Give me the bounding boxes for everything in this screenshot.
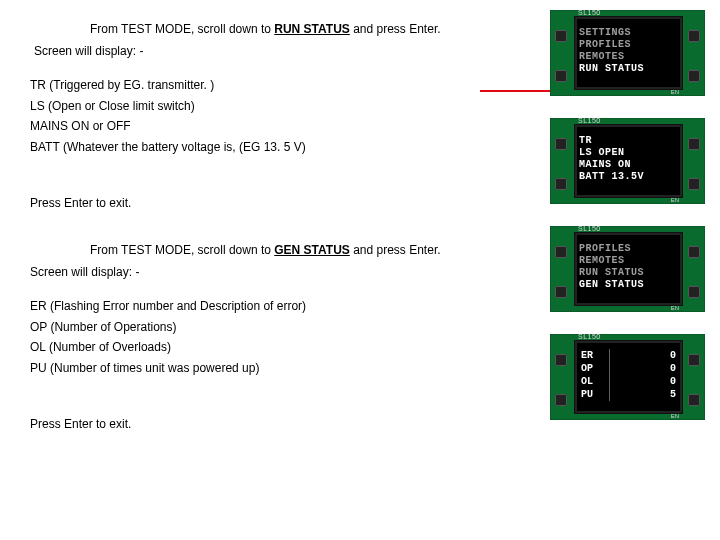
run-intro-target: RUN STATUS [274,22,350,36]
gen-item: ER (Flashing Error number and Descriptio… [30,297,470,316]
device-en-label: EN [671,197,679,203]
gen-intro-suffix: and press Enter. [350,243,441,257]
screen-content: PROFILES REMOTES RUN STATUS GEN STATUS [575,233,682,295]
gen-item: OP (Number of Operations) [30,318,470,337]
hw-button-icon [555,394,567,406]
run-display-line: Screen will display: - [30,42,470,60]
hw-button-icon [555,70,567,82]
hw-button-icon [688,394,700,406]
run-intro-suffix: and press Enter. [350,22,441,36]
run-status-section: From TEST MODE, scroll down to RUN STATU… [30,20,470,213]
gen-item: PU (Number of times unit was powered up) [30,359,470,378]
device-screen: ER OP OL PU 0 0 0 5 [574,340,683,414]
run-intro-prefix: From TEST MODE, scroll down to [90,22,274,36]
hw-button-icon [555,30,567,42]
screen-content: SETTINGS PROFILES REMOTES RUN STATUS [575,17,682,79]
run-intro: From TEST MODE, scroll down to RUN STATU… [30,20,470,38]
device-board: SL150 SETTINGS PROFILES REMOTES RUN STAT… [550,10,705,96]
hw-button-icon [555,286,567,298]
run-item: MAINS ON or OFF [30,117,470,136]
screen-content: ER OP OL PU 0 0 0 5 [575,341,682,405]
device-screen: TR LS OPEN MAINS ON BATT 13.5V [574,124,683,198]
device-board: SL150 TR LS OPEN MAINS ON BATT 13.5V EN [550,118,705,204]
hw-button-icon [688,70,700,82]
device-model-label: SL150 [578,333,601,340]
hw-button-icon [688,354,700,366]
device-en-label: EN [671,413,679,419]
gen-intro-target: GEN STATUS [274,243,350,257]
device-screen: PROFILES REMOTES RUN STATUS GEN STATUS [574,232,683,306]
gen-item: OL (Number of Overloads) [30,338,470,357]
hw-button-icon [555,354,567,366]
device-thumbnails: SL150 SETTINGS PROFILES REMOTES RUN STAT… [550,10,705,442]
gen-display-line: Screen will display: - [30,263,470,281]
device-board: SL150 PROFILES REMOTES RUN STATUS GEN ST… [550,226,705,312]
device-screen: SETTINGS PROFILES REMOTES RUN STATUS [574,16,683,90]
run-exit: Press Enter to exit. [30,194,470,213]
hw-button-icon [555,178,567,190]
hw-button-icon [555,246,567,258]
run-item: BATT (Whatever the battery voltage is, (… [30,138,470,157]
run-item: LS (Open or Close limit switch) [30,97,470,116]
device-model-label: SL150 [578,9,601,16]
device-model-label: SL150 [578,117,601,124]
run-item: TR (Triggered by EG. transmitter. ) [30,76,470,95]
gen-intro-prefix: From TEST MODE, scroll down to [90,243,274,257]
hw-button-icon [688,246,700,258]
hw-button-icon [555,138,567,150]
hw-button-icon [688,178,700,190]
device-board: SL150 ER OP OL PU 0 0 0 5 EN [550,334,705,420]
gen-status-section: From TEST MODE, scroll down to GEN STATU… [30,241,470,434]
device-en-label: EN [671,89,679,95]
hw-button-icon [688,286,700,298]
screen-content: TR LS OPEN MAINS ON BATT 13.5V [575,125,682,187]
gen-exit: Press Enter to exit. [30,415,470,434]
device-model-label: SL150 [578,225,601,232]
gen-intro: From TEST MODE, scroll down to GEN STATU… [30,241,470,259]
hw-button-icon [688,138,700,150]
device-en-label: EN [671,305,679,311]
hw-button-icon [688,30,700,42]
